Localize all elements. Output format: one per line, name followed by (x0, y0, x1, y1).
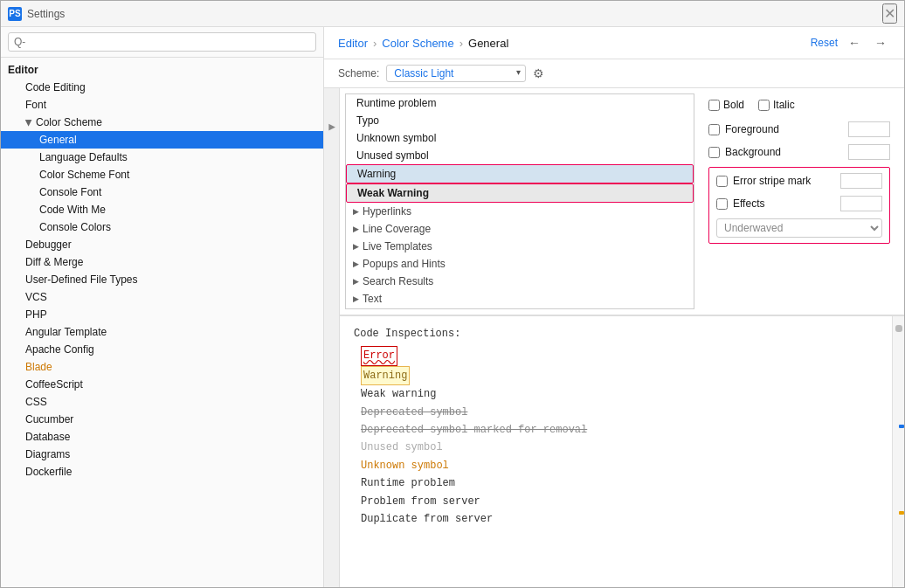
sidebar-editor-section: Editor (1, 61, 323, 79)
list-group-search-label: Search Results (363, 275, 433, 287)
back-button[interactable]: ← (845, 34, 864, 52)
sidebar-item-color-scheme-font[interactable]: Color Scheme Font (1, 166, 323, 183)
background-swatch[interactable] (848, 144, 890, 160)
preview-title: Code Inspections: (354, 325, 878, 342)
italic-checkbox[interactable] (758, 100, 770, 111)
left-collapse-strip[interactable]: ◀ (324, 88, 340, 587)
sidebar-item-blade[interactable]: Blade (1, 358, 323, 376)
bold-check: Bold (708, 99, 744, 111)
preview-line-unused: Unused symbol (361, 439, 878, 456)
list-group-search[interactable]: ▶ Search Results (346, 273, 694, 290)
sidebar-item-font[interactable]: Font (1, 96, 323, 114)
sidebar-item-user-defined[interactable]: User-Defined File Types (1, 271, 323, 288)
list-group-line-coverage[interactable]: ▶ Line Coverage (346, 220, 694, 238)
list-item-runtime[interactable]: Runtime problem (346, 94, 694, 112)
sidebar-item-debugger[interactable]: Debugger (1, 236, 323, 253)
full-panels: ◀ Runtime problem Typo Unknown symbol Un… (324, 88, 904, 587)
foreground-checkbox[interactable] (708, 124, 720, 135)
list-group-line-coverage-label: Line Coverage (363, 223, 431, 235)
breadcrumb-editor[interactable]: Editor (338, 37, 368, 50)
main-content: Editor Code Editing Font ▶ Color Scheme … (1, 27, 904, 587)
sidebar-item-database[interactable]: Database (1, 428, 323, 446)
preview-line-duplicate: Duplicate from server (361, 510, 878, 528)
effects-checkbox[interactable] (716, 198, 728, 210)
right-area: Runtime problem Typo Unknown symbol Unus… (340, 88, 904, 587)
error-stripe-label: Error stripe mark (716, 175, 811, 187)
sidebar-item-apache-config[interactable]: Apache Config (1, 341, 323, 358)
expand-popups-icon: ▶ (353, 259, 359, 268)
list-group-hyperlinks[interactable]: ▶ Hyperlinks (346, 203, 694, 220)
list-group-popups[interactable]: ▶ Popups and Hints (346, 255, 694, 273)
close-button[interactable]: ✕ (882, 3, 897, 24)
sidebar-item-dockerfile[interactable]: Dockerfile (1, 463, 323, 481)
error-stripe-checkbox[interactable] (716, 176, 728, 187)
sidebar-item-angular-template[interactable]: Angular Template (1, 323, 323, 341)
title-bar-left: PS Settings (8, 7, 65, 21)
sidebar-item-general[interactable]: General (1, 131, 323, 149)
foreground-text: Foreground (725, 123, 779, 135)
preview-runtime-text: Runtime problem (361, 477, 455, 489)
list-item-weak-warning[interactable]: Weak Warning (346, 183, 694, 203)
list-group-live-templates[interactable]: ▶ Live Templates (346, 238, 694, 255)
italic-label: Italic (773, 99, 795, 111)
error-stripe-text: Error stripe mark (733, 175, 811, 187)
expand-search-icon: ▶ (353, 277, 359, 286)
sidebar-item-color-scheme[interactable]: ▶ Color Scheme (1, 114, 323, 131)
forward-button[interactable]: → (871, 34, 890, 52)
search-input[interactable] (8, 32, 316, 52)
scroll-marker-orange (899, 511, 904, 515)
sidebar-tree: Editor Code Editing Font ▶ Color Scheme … (1, 58, 323, 587)
gear-button[interactable]: ⚙ (533, 66, 544, 80)
sidebar-item-php[interactable]: PHP (1, 306, 323, 323)
background-label: Background (708, 146, 781, 158)
bold-label: Bold (723, 99, 744, 111)
scroll-marker-blue (899, 425, 904, 428)
sidebar-item-console-colors[interactable]: Console Colors (1, 218, 323, 236)
window-title: Settings (27, 8, 65, 20)
breadcrumb-color-scheme[interactable]: Color Scheme (382, 37, 453, 50)
background-checkbox[interactable] (708, 147, 720, 158)
preview-scrollbar[interactable] (892, 316, 904, 587)
list-item-warning[interactable]: Warning (346, 164, 694, 183)
list-item-unused[interactable]: Unused symbol (346, 147, 694, 164)
expand-live-templates-icon: ▶ (353, 242, 359, 251)
sidebar: Editor Code Editing Font ▶ Color Scheme … (1, 27, 324, 587)
error-stripe-swatch[interactable] (840, 173, 882, 189)
scheme-select[interactable]: Classic Light (386, 65, 526, 82)
preview-line-deprecated-removal: Deprecated symbol marked for removal (361, 421, 878, 439)
reset-button[interactable]: Reset (811, 37, 838, 49)
preview-duplicate-text: Duplicate from server (361, 513, 493, 525)
preview-unused-text: Unused symbol (361, 441, 443, 453)
preview-line-runtime: Runtime problem (361, 474, 878, 492)
sidebar-item-code-with-me[interactable]: Code With Me (1, 201, 323, 218)
effects-swatch[interactable] (840, 196, 882, 211)
sidebar-item-diagrams[interactable]: Diagrams (1, 446, 323, 463)
effects-select[interactable]: Underwaved (716, 218, 882, 238)
foreground-swatch[interactable] (848, 121, 890, 137)
sidebar-item-coffeescript[interactable]: CoffeeScript (1, 376, 323, 393)
list-item-typo[interactable]: Typo (346, 112, 694, 129)
effects-row: Effects (716, 196, 882, 211)
list-group-live-templates-label: Live Templates (363, 240, 432, 252)
bold-checkbox[interactable] (708, 100, 720, 111)
highlighted-box: Error stripe mark Effects (708, 167, 890, 244)
sidebar-item-vcs[interactable]: VCS (1, 288, 323, 306)
sidebar-item-cucumber[interactable]: Cucumber (1, 411, 323, 428)
sidebar-item-language-defaults[interactable]: Language Defaults (1, 149, 323, 166)
list-group-popups-label: Popups and Hints (363, 258, 446, 270)
italic-check: Italic (758, 99, 795, 111)
scheme-label: Scheme: (338, 67, 379, 80)
options-panel: Bold Italic (694, 88, 904, 315)
breadcrumb: Editor › Color Scheme › General (338, 37, 508, 50)
sidebar-item-css[interactable]: CSS (1, 393, 323, 411)
sidebar-item-code-editing[interactable]: Code Editing (1, 79, 323, 96)
breadcrumb-general: General (468, 37, 508, 50)
list-panel: Runtime problem Typo Unknown symbol Unus… (345, 93, 694, 309)
sidebar-item-diff-merge[interactable]: Diff & Merge (1, 253, 323, 271)
scheme-bar: Scheme: Classic Light ⚙ (324, 59, 904, 88)
list-item-unknown[interactable]: Unknown symbol (346, 129, 694, 147)
preview-line-weak: Weak warning (361, 385, 878, 403)
list-group-text[interactable]: ▶ Text (346, 290, 694, 308)
sidebar-item-console-font[interactable]: Console Font (1, 183, 323, 201)
preview-line-unknown: Unknown symbol (361, 457, 878, 474)
